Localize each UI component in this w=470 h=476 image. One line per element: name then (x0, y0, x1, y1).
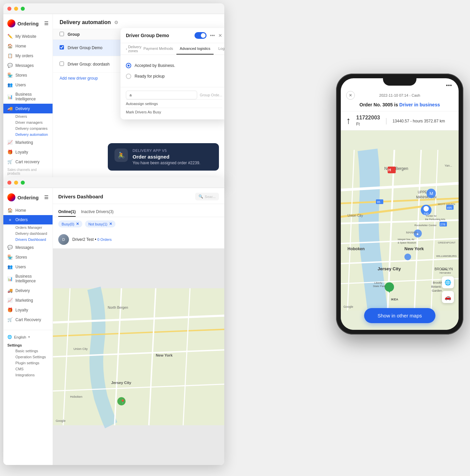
toggle-switch[interactable] (194, 32, 207, 39)
sidebar-sub-driver-managers[interactable]: Driver managers (3, 119, 53, 125)
sidebar-item-bi[interactable]: 📊 Business Intelligence (3, 90, 53, 104)
back-tab[interactable]: ‹ Delivery zones (126, 43, 141, 55)
svg-text:Hoboken: Hoboken (347, 247, 365, 251)
settings-integrations[interactable]: Integrations (3, 372, 53, 378)
svg-text:Botanic: Botanic (431, 285, 442, 288)
driver-orders-link-1[interactable]: 0 Orders (97, 237, 112, 242)
sidebar-item-stores[interactable]: 🏪 Stores (3, 70, 53, 80)
delivery-icon-2: 🚚 (7, 288, 13, 293)
settings-cms[interactable]: CMS (3, 366, 53, 372)
phone-map: North Bergen Union City Hoboken Jersey C… (341, 130, 459, 330)
mark-drivers-busy-link[interactable]: Mark Drivers As Busy (126, 108, 222, 116)
hamburger-icon-2[interactable]: ☰ (44, 195, 49, 200)
sidebar-sub-orders-manager[interactable]: Orders Manager (3, 224, 53, 230)
sidebar-item-home-2[interactable]: 🏠 Home (3, 205, 53, 215)
group-search-input[interactable] (126, 91, 197, 99)
sidebar-item-home[interactable]: 🏠 Home (3, 41, 53, 51)
select-all-checkbox[interactable] (60, 32, 64, 36)
search-bar[interactable]: 🔍 Sear... (195, 193, 219, 200)
driver-list-info: Driver2 Test • 0 Orders (72, 237, 111, 242)
tab-advanced-logistics[interactable]: Advanced logistics (176, 43, 214, 55)
maximize-button[interactable] (21, 7, 25, 11)
sidebar-item-delivery-2[interactable]: 🚚 Delivery (3, 286, 53, 295)
globe-map-icon[interactable]: 🌐 (442, 276, 454, 288)
tab-online[interactable]: Online(1) (58, 207, 76, 217)
sidebar-label-users-2: Users (15, 265, 26, 269)
orders-icon: 📋 (7, 53, 13, 58)
sidebar-item-users[interactable]: 👥 Users (3, 80, 53, 90)
sidebar-sub-drivers-dashboard[interactable]: Drivers Dashboard (3, 236, 53, 243)
sidebar-item-messages-2[interactable]: 💬 Messages (3, 243, 53, 252)
users-icon-2: 👥 (7, 264, 13, 269)
sidebar-item-cart-recovery-2[interactable]: 🛒 Cart Recovery (3, 315, 53, 324)
car-navigate-icon[interactable]: 🚗 (442, 291, 454, 303)
sidebar-item-loyalty[interactable]: 🎁 Loyalty (3, 147, 53, 157)
radio-ready-for-pickup[interactable]: Ready for pickup (126, 71, 222, 82)
sidebar-item-my-website[interactable]: ✏️ My Website (3, 31, 53, 41)
svg-rect-0 (53, 288, 224, 425)
hamburger-icon[interactable]: ☰ (44, 21, 49, 26)
sub-driver-managers-label: Driver managers (15, 120, 43, 124)
close-icon[interactable]: ✕ (218, 33, 222, 38)
sidebar-item-loyalty-2[interactable]: 🎁 Loyalty (3, 305, 53, 315)
close-button-2[interactable] (7, 181, 11, 185)
sidebar-item-users-2[interactable]: 👥 Users (3, 262, 53, 272)
chip-busy-remove[interactable]: ✕ (76, 222, 79, 226)
settings-plugin[interactable]: Plugin settings (3, 360, 53, 366)
sidebar-item-orders-2[interactable]: ≡ Orders (3, 215, 53, 224)
titlebar-2 (3, 177, 224, 188)
page-title: Delivery automation (60, 19, 111, 25)
sidebar-sub-delivery-automation[interactable]: Delivery automation (3, 131, 53, 137)
minimize-button[interactable] (14, 7, 18, 11)
radio-accepted-by-business[interactable]: Accepted by Business. (126, 60, 222, 71)
language-selector[interactable]: 🌐 English ▾ (3, 333, 53, 341)
settings-basic[interactable]: Basic settings (3, 348, 53, 354)
sidebar-label-marketing: Marketing (15, 140, 33, 145)
phone-notch (383, 78, 416, 86)
svg-text:Rockefeller Center: Rockefeller Center (414, 224, 437, 227)
sidebar-item-messages[interactable]: 💬 Messages (3, 61, 53, 70)
tab-logs[interactable]: Logs (215, 43, 224, 55)
chip-not-busy[interactable]: Not busy(1) ✕ (85, 220, 115, 227)
settings-gear-icon[interactable]: ⚙ (114, 20, 119, 25)
sidebar-item-delivery[interactable]: 🚚 Delivery (3, 104, 53, 113)
row-checkbox-2[interactable] (60, 62, 64, 66)
svg-text:Hoboken: Hoboken (70, 395, 82, 398)
sidebar-item-marketing[interactable]: 📈 Marketing (3, 137, 53, 147)
sidebar-item-stores-2[interactable]: 🏪 Stores (3, 252, 53, 262)
autoassign-settings-link[interactable]: Autoassign settings (126, 99, 222, 108)
maximize-button-2[interactable] (21, 181, 25, 185)
sidebar-sub-delivery-companies[interactable]: Delivery companies (3, 125, 53, 131)
toast-app-name: DELIVERY APP V5 (133, 149, 200, 153)
settings-operation[interactable]: Operation Settings (3, 354, 53, 360)
stat2: 13440.57 - hours 3572.87 km (392, 118, 445, 124)
map-svg: North Bergen Union City Jersey City New … (53, 249, 224, 465)
tab-payment-methods[interactable]: Payment Methods (141, 43, 175, 55)
svg-text:Intrepid Sea, Air: Intrepid Sea, Air (398, 238, 414, 241)
phone-close-button[interactable]: ✕ (346, 91, 355, 100)
tab-inactive-drivers[interactable]: Inactive Drivers(3) (81, 207, 113, 217)
settings-section: 🌐 English ▾ Settings Basic settings Oper… (3, 330, 53, 378)
chip-busy[interactable]: Busy(0) ✕ (58, 220, 82, 227)
sales-channels-label: Sales channels and products (3, 167, 53, 177)
notification-toast: 🚴 DELIVERY APP V5 Order assigned You hav… (108, 143, 219, 171)
sidebar-item-bi-2[interactable]: 📊 Business Intelligence (3, 272, 53, 286)
more-options-icon[interactable]: ••• (210, 33, 215, 38)
show-in-other-maps-button[interactable]: Show in other maps (364, 308, 436, 323)
filter-chips: Busy(0) ✕ Not busy(1) ✕ (53, 217, 224, 231)
phone-corner-icons: 🌐 🚗 (442, 276, 454, 303)
chip-not-busy-remove[interactable]: ✕ (109, 222, 112, 226)
phone-header-row1: ✕ 2022-11-10 07:14 - Cash (346, 91, 453, 100)
sub-delivery-companies-label: Delivery companies (15, 126, 48, 130)
svg-text:MOTT HAVEN: MOTT HAVEN (438, 203, 455, 206)
sidebar-item-marketing-2[interactable]: 📈 Marketing (3, 295, 53, 305)
sidebar-sub-drivers[interactable]: Drivers (3, 113, 53, 119)
sidebar-item-cart-recovery[interactable]: 🛒 Cart recovery (3, 157, 53, 167)
sidebar-item-my-orders[interactable]: 📋 My orders (3, 51, 53, 61)
messages-icon-2: 💬 (7, 245, 13, 250)
minimize-button-2[interactable] (14, 181, 18, 185)
option-label-2: Ready for pickup (135, 74, 165, 79)
row-checkbox-1[interactable] (60, 45, 64, 50)
close-button[interactable] (7, 7, 11, 11)
sidebar-sub-delivery-dashboard[interactable]: Delivery dashboard (3, 230, 53, 236)
